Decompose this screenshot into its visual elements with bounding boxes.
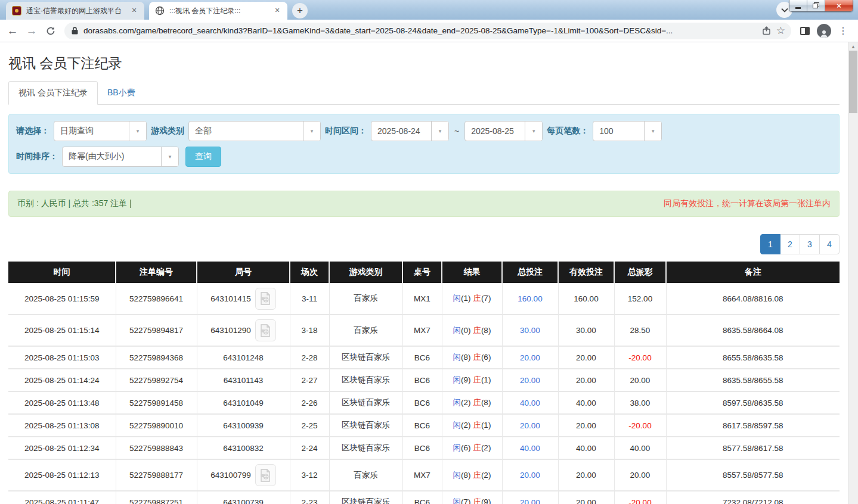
- address-bar[interactable]: dorasabs.com/game/betrecord_search/kind3…: [64, 23, 791, 39]
- filter-row-2: 时间排序： 降幂(由大到小) ▾ 查询: [16, 147, 832, 167]
- close-window-button[interactable]: ×: [825, 0, 853, 11]
- dropdown-arrow-icon[interactable]: ▾: [644, 122, 661, 141]
- cell-game-kind: 区块链百家乐: [329, 346, 402, 369]
- banker-result: 庄: [473, 471, 481, 480]
- profile-button[interactable]: [815, 22, 833, 40]
- cell-round-id: 643100799: [197, 459, 290, 491]
- sort-select[interactable]: 降幂(由大到小) ▾: [62, 147, 179, 167]
- date-end-select[interactable]: 2025-08-25 ▾: [464, 121, 543, 141]
- banker-result: 庄: [473, 294, 481, 303]
- dropdown-arrow-icon[interactable]: ▾: [303, 122, 320, 141]
- page-button-2[interactable]: 2: [780, 234, 800, 254]
- cell-result: 闲(9) 庄(1): [442, 369, 502, 391]
- column-header: 注单编号: [116, 262, 197, 283]
- cell-remark: 8617.58/8597.58: [666, 414, 840, 437]
- page-tab-bar: 视讯 会员下注纪录 BB小费: [8, 81, 840, 105]
- page-button-1[interactable]: 1: [760, 234, 780, 254]
- page-button-3[interactable]: 3: [800, 234, 820, 254]
- player-result: 闲: [453, 353, 461, 362]
- restore-button[interactable]: [807, 0, 825, 11]
- dropdown-arrow-icon[interactable]: ▾: [161, 147, 178, 166]
- cell-payout: 152.00: [614, 283, 666, 315]
- window-controls: ×: [789, 0, 853, 12]
- dropdown-arrow-icon[interactable]: ▾: [431, 122, 448, 141]
- page-content: 视讯 会员下注纪录 视讯 会员下注纪录 BB小费 请选择： 日期查询 ▾ 游戏类…: [0, 42, 858, 504]
- tab-close-icon[interactable]: ×: [272, 6, 282, 15]
- cell-total-bet[interactable]: 40.00: [502, 437, 558, 459]
- summary-bar: 币别 : 人民币 | 总共 :357 注单 | 同局有效投注，统一计算在该局第一…: [8, 191, 840, 217]
- browser-tab-1[interactable]: 通宝-信誉最好的网上游戏平台 ×: [6, 2, 144, 20]
- cell-total-bet[interactable]: 20.00: [502, 414, 558, 437]
- browser-tab-2[interactable]: :::视讯 会员下注纪录::: ×: [149, 2, 287, 20]
- player-result: 闲: [453, 398, 461, 407]
- tab-bb-tip[interactable]: BB小费: [98, 82, 145, 104]
- page-scrollbar[interactable]: ▲: [848, 42, 858, 504]
- reload-button[interactable]: [42, 22, 60, 40]
- close-icon: ×: [837, 1, 841, 10]
- table-row: 2025-08-25 01:12:13 522759888177 6431007…: [8, 459, 840, 491]
- cell-total-bet[interactable]: 160.00: [502, 283, 558, 315]
- table-row: 2025-08-25 01:14:24 522759892754 6431011…: [8, 369, 840, 391]
- date-start-select[interactable]: 2025-08-24 ▾: [371, 121, 449, 141]
- cell-total-bet[interactable]: 20.00: [502, 459, 558, 491]
- banker-result: 庄: [473, 398, 481, 407]
- video-replay-button[interactable]: [255, 319, 276, 341]
- scrollbar-up-arrow-icon[interactable]: ▲: [848, 43, 858, 51]
- scrollbar-thumb[interactable]: [849, 51, 857, 113]
- table-row: 2025-08-25 01:13:08 522759890010 6431009…: [8, 414, 840, 437]
- cell-game-kind: 区块链百家乐: [329, 369, 402, 391]
- cell-total-bet[interactable]: 30.00: [502, 315, 558, 346]
- cell-valid-bet: 20.00: [558, 369, 614, 391]
- tab-close-icon[interactable]: ×: [129, 6, 139, 15]
- column-header: 时间: [8, 262, 116, 283]
- banker-result: 庄: [473, 421, 481, 430]
- browser-tab-title: :::视讯 会员下注纪录:::: [169, 6, 268, 16]
- banker-result: 庄: [473, 443, 481, 452]
- dropdown-arrow-icon[interactable]: ▾: [525, 122, 542, 141]
- cell-remark: 8577.58/8617.58: [666, 437, 840, 459]
- cell-time: 2025-08-25 01:13:48: [8, 391, 116, 414]
- browser-menu-button[interactable]: ⋮: [834, 22, 852, 40]
- share-icon[interactable]: [762, 26, 771, 35]
- video-replay-button[interactable]: [255, 464, 276, 486]
- cell-table-code: BC6: [402, 437, 442, 459]
- currency-total-text: 币别 : 人民币 | 总共 :357 注单 |: [17, 198, 132, 209]
- cell-game-kind: 百家乐: [329, 459, 402, 491]
- cell-total-bet[interactable]: 40.00: [502, 391, 558, 414]
- cell-bet-id: 522759888843: [116, 437, 197, 459]
- minimize-button[interactable]: [789, 0, 807, 11]
- per-page-select[interactable]: 100 ▾: [593, 121, 662, 141]
- cell-round-id: 643101415: [197, 283, 290, 315]
- cell-time: 2025-08-25 01:11:47: [8, 491, 116, 504]
- cell-valid-bet: 20.00: [558, 346, 614, 369]
- query-button[interactable]: 查询: [185, 147, 221, 167]
- column-header: 总派彩: [614, 262, 666, 283]
- cell-valid-bet: 20.00: [558, 414, 614, 437]
- dropdown-arrow-icon[interactable]: ▾: [129, 122, 146, 141]
- cell-remark: 7232.08/7212.08: [666, 491, 840, 504]
- game-kind-select[interactable]: 全部 ▾: [188, 121, 321, 141]
- globe-favicon-icon: [155, 6, 165, 15]
- browser-tab-title: 通宝-信誉最好的网上游戏平台: [26, 6, 125, 16]
- cell-session: 2-26: [290, 391, 329, 414]
- page-button-4[interactable]: 4: [819, 234, 840, 254]
- cell-valid-bet: 20.00: [558, 491, 614, 504]
- url-text[interactable]: dorasabs.com/game/betrecord_search/kind3…: [83, 26, 757, 35]
- column-header: 游戏类别: [329, 262, 402, 283]
- video-replay-button[interactable]: [255, 288, 276, 310]
- query-type-select[interactable]: 日期查询 ▾: [54, 121, 147, 141]
- new-tab-button[interactable]: +: [292, 3, 308, 18]
- forward-button[interactable]: →: [23, 22, 41, 40]
- cell-bet-id: 522759887251: [116, 491, 197, 504]
- cell-total-bet[interactable]: 20.00: [502, 369, 558, 391]
- cell-total-bet[interactable]: 20.00: [502, 346, 558, 369]
- tab-betrecord[interactable]: 视讯 会员下注纪录: [8, 81, 98, 105]
- cell-payout: 20.00: [614, 369, 666, 391]
- side-panel-button[interactable]: [796, 22, 814, 40]
- three-dot-menu-icon: ⋮: [838, 25, 848, 36]
- sort-label: 时间排序：: [16, 151, 58, 162]
- cell-session: 3-11: [290, 283, 329, 315]
- back-button[interactable]: ←: [4, 22, 21, 40]
- bookmark-star-icon[interactable]: ☆: [776, 24, 785, 37]
- cell-total-bet[interactable]: 20.00: [502, 491, 558, 504]
